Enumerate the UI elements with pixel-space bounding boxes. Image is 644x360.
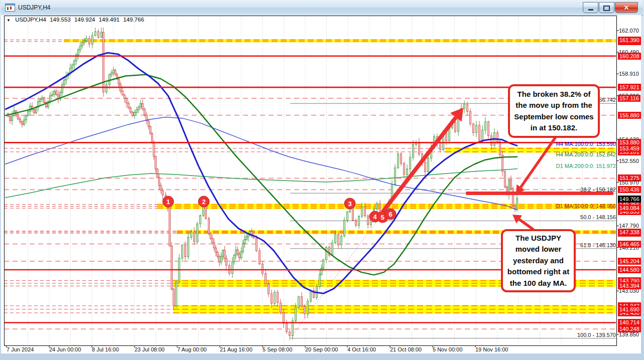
candle-body — [211, 238, 213, 243]
candle-body — [217, 252, 218, 256]
candle-body — [247, 235, 249, 237]
candle-body — [337, 235, 339, 245]
candle-body — [499, 141, 500, 155]
candle-body — [97, 32, 99, 38]
candle-body — [220, 256, 222, 262]
candle-body — [376, 204, 377, 209]
candle-body — [280, 303, 281, 313]
candle-body — [121, 91, 123, 95]
numbered-marker-label: 1 — [166, 198, 170, 206]
callout-box: The broken 38.2% of the move up from the… — [508, 84, 600, 138]
candle-body — [481, 130, 483, 140]
candle-body — [79, 46, 81, 50]
candle-body — [286, 323, 287, 332]
ma-value-label: H4 MA:100:0:0: 153.590 — [556, 141, 616, 147]
price-axis-label: 146.465 — [618, 241, 641, 248]
candle-body — [224, 250, 225, 258]
candle-body — [196, 224, 198, 242]
candle-body — [418, 142, 420, 154]
candle-body — [127, 103, 129, 108]
candle-body — [144, 109, 145, 115]
candle-body — [358, 217, 359, 226]
candle-body — [208, 219, 209, 234]
symbol-marker-icon: ▼ — [7, 18, 11, 23]
candle-body — [125, 99, 127, 103]
candle-body — [138, 107, 139, 110]
candle-body — [94, 32, 96, 36]
time-axis-label: 19 Nov 16:00 — [475, 346, 508, 352]
candle-body — [289, 332, 290, 336]
price-axis-label: 162.070 — [619, 27, 639, 34]
candle-body — [487, 122, 489, 136]
candle-body — [233, 255, 235, 262]
time-axis-label: 7 Jun 2024 — [7, 346, 34, 352]
quote-symbol: USDJPY,H4 — [15, 17, 46, 23]
candle-body — [463, 104, 465, 108]
candle-body — [237, 250, 238, 254]
candle-body — [148, 121, 149, 127]
candle-body — [472, 124, 474, 133]
quote-close: 149.766 — [123, 17, 144, 23]
chart-canvas[interactable]: 123456 — [0, 0, 644, 360]
candle-body — [11, 115, 13, 120]
candle-body — [231, 262, 233, 273]
time-axis-label: 4 Oct 16:00 — [347, 346, 376, 352]
candle-body — [123, 95, 125, 98]
candle-body — [73, 61, 75, 65]
candle-body — [81, 43, 83, 46]
candle-body — [238, 254, 240, 258]
candle-body — [355, 220, 356, 225]
candle-body — [304, 306, 305, 314]
candle-body — [245, 237, 247, 240]
candle-body — [27, 111, 29, 116]
price-axis-label: 145.204 — [618, 258, 641, 265]
candle-body — [235, 250, 236, 255]
candle-body — [268, 284, 269, 293]
mt4-chart-window: USDJPY,H4 ✕ 123456 ▼ USDJPY,H4 149.553 1… — [0, 0, 644, 360]
candle-body — [181, 245, 183, 258]
quote-open: 149.553 — [50, 17, 71, 23]
price-axis-label: 157.116 — [618, 95, 640, 102]
candle-body — [334, 235, 336, 243]
candle-body — [25, 115, 27, 120]
candle-body — [162, 190, 163, 195]
candle-body — [322, 260, 324, 268]
candle-body — [343, 220, 345, 236]
candle-body — [91, 36, 93, 44]
price-axis-label: 160.208 — [618, 53, 641, 60]
candle-body — [55, 91, 57, 95]
candle-body — [265, 273, 266, 284]
candle-body — [61, 85, 63, 93]
candle-body — [310, 291, 311, 301]
candle-body — [475, 125, 477, 133]
candle-body — [153, 142, 155, 156]
price-axis-label: 143.394 — [618, 282, 641, 289]
price-axis-label: 144.580 — [618, 266, 641, 273]
candle-body — [49, 96, 51, 102]
candle-body — [406, 169, 408, 174]
candle-body — [41, 98, 43, 99]
price-axis-label: 158.910 — [619, 70, 639, 77]
candle-body — [9, 116, 11, 120]
candle-body — [51, 94, 53, 96]
candle-body — [367, 216, 368, 224]
candle-body — [478, 125, 480, 140]
candle-body — [190, 232, 192, 238]
time-axis-label: 24 Jun 00:00 — [49, 346, 81, 352]
time-axis-label: 20 Sep 00:00 — [305, 346, 338, 352]
candle-body — [445, 133, 447, 141]
price-axis-label: 150.970 — [619, 179, 639, 186]
time-axis-label: 8 Jul 16:00 — [92, 346, 119, 352]
quote-low: 149.491 — [99, 17, 120, 23]
candle-body — [504, 171, 505, 187]
price-axis-label: 157.921 — [618, 84, 641, 91]
ma-value-label: D1 MA:200:0:0: 151.972 — [556, 163, 616, 169]
candle-body — [242, 243, 243, 252]
time-axis-label: 21 Oct 08:00 — [390, 346, 422, 352]
candle-body — [150, 127, 151, 133]
candle-body — [83, 41, 85, 43]
candle-body — [484, 122, 486, 130]
candle-body — [160, 186, 162, 190]
candle-body — [171, 246, 172, 289]
candle-body — [364, 207, 365, 216]
